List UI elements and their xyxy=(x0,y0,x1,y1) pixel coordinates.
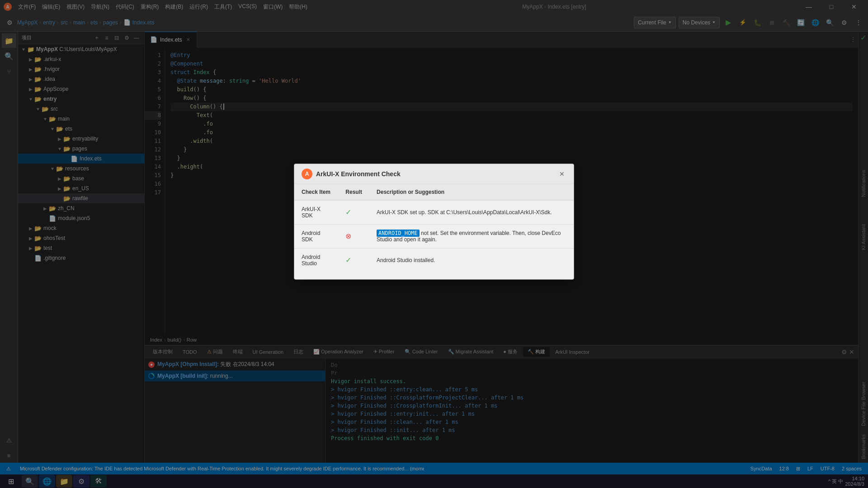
search-sidebar-icon[interactable]: 🔍 xyxy=(2,49,16,63)
device-file-browser-label[interactable]: Device File Browser xyxy=(861,378,866,430)
breadcrumb-entry[interactable]: entry xyxy=(43,19,55,26)
build-button[interactable]: 🔨 xyxy=(780,17,792,28)
tree-item-modulejson[interactable]: 📄 module.json5 xyxy=(18,213,144,223)
minimize-button[interactable]: — xyxy=(798,0,819,14)
taskbar-deveco[interactable]: 🛠 xyxy=(90,475,107,488)
debug-button[interactable]: 🐛 xyxy=(751,17,763,28)
status-eol[interactable]: LF xyxy=(805,466,816,471)
bottom-close-icon[interactable]: ✕ xyxy=(849,348,854,356)
tree-item-enus[interactable]: ▶ 📂 en_US xyxy=(18,183,144,193)
tab-terminal[interactable]: 终端 xyxy=(228,347,247,357)
tree-item-indexets[interactable]: 📄 Index.ets xyxy=(18,154,144,164)
tab-more-icon[interactable]: ⋮ xyxy=(848,32,858,47)
breadcrumb-myappx[interactable]: MyAppX xyxy=(17,19,38,26)
tab-todo[interactable]: TODO xyxy=(178,347,202,357)
more-icon[interactable]: ⋮ xyxy=(853,17,864,28)
search-button[interactable]: 🔍 xyxy=(824,17,835,28)
tab-profiler[interactable]: ✈ Profiler xyxy=(369,347,399,357)
explorer-icon[interactable]: 📁 xyxy=(2,33,16,48)
build-item-build-init[interactable]: MyAppX [build init]: running... xyxy=(145,371,325,381)
collapse-all-icon[interactable]: ⊟ xyxy=(113,34,121,42)
taskbar-edge[interactable]: 🌐 xyxy=(39,475,55,488)
stop-button[interactable]: ⏹ xyxy=(766,17,778,28)
bottom-bar-icon[interactable]: ≡ xyxy=(2,448,16,463)
settings-icon[interactable]: ⚙ xyxy=(4,17,15,28)
tree-item-test[interactable]: ▶ 📂 test xyxy=(18,243,144,253)
problems-icon[interactable]: ⚠ xyxy=(2,433,16,447)
menu-code[interactable]: 代码(C) xyxy=(113,2,137,12)
tree-item-entryability[interactable]: ▶ 📂 entryability xyxy=(18,134,144,144)
tree-item-entry[interactable]: ▼ 📂 entry xyxy=(18,94,144,104)
menu-help[interactable]: 帮助(H) xyxy=(286,2,310,12)
tab-code-linter[interactable]: 🔍 Code Linter xyxy=(400,347,443,357)
new-file-icon[interactable]: + xyxy=(93,34,101,42)
tree-root[interactable]: ▼ 📁 MyAppX C:\Users\Louis\MyAppX xyxy=(18,44,144,54)
notifications-label[interactable]: Notifications xyxy=(861,166,866,201)
tree-item-src[interactable]: ▼ 📂 src xyxy=(18,104,144,114)
menu-edit[interactable]: 编辑(E) xyxy=(39,2,63,12)
menu-file[interactable]: 文件(F) xyxy=(15,2,38,12)
tab-ui-generation[interactable]: UI Generation xyxy=(248,347,288,357)
tree-item-idea[interactable]: ▶ 📂 .idea xyxy=(18,74,144,84)
start-button[interactable]: ⊞ xyxy=(2,475,20,488)
tab-migrate-assistant[interactable]: 🔧 Migrate Assistant xyxy=(443,347,498,357)
breadcrumb-ets[interactable]: ets xyxy=(90,19,98,26)
tree-item-ohostest[interactable]: ▶ 📂 ohosTest xyxy=(18,233,144,243)
current-file-dropdown[interactable]: Current File ▼ xyxy=(634,17,676,28)
menu-tools[interactable]: 工具(T) xyxy=(212,2,235,12)
translate-icon[interactable]: 🌐 xyxy=(809,17,821,28)
bookmarks-label[interactable]: Bookmarks xyxy=(861,431,866,463)
tab-operation-analyzer[interactable]: 📈 Operation Analyzer xyxy=(309,347,368,357)
tab-log[interactable]: 日志 xyxy=(289,347,308,357)
status-syncdata[interactable]: SyncData xyxy=(748,466,775,471)
tab-arkui-inspector[interactable]: ArkUI Inspector xyxy=(551,347,594,357)
status-line-col[interactable]: 12:8 xyxy=(777,466,792,471)
build-item-ohpm[interactable]: ● MyAppX [Ohpm Install]: 失败 在2024/8/3 14… xyxy=(145,358,325,371)
taskbar-explorer[interactable]: 📁 xyxy=(56,475,72,488)
tree-settings-icon[interactable]: ⚙ xyxy=(123,34,131,42)
environment-check-dialog[interactable]: A ArkUI-X Environment Check ✕ Check Item… xyxy=(294,164,574,280)
dialog-close-button[interactable]: ✕ xyxy=(557,169,566,178)
status-warning[interactable]: ⚠ xyxy=(4,466,14,472)
menu-vcs[interactable]: VCS(S) xyxy=(236,2,259,12)
breadcrumb-main[interactable]: main xyxy=(73,19,85,26)
menu-view[interactable]: 视图(V) xyxy=(64,2,87,12)
menu-window[interactable]: 窗口(W) xyxy=(260,2,285,12)
tab-build[interactable]: 🔨 构建 xyxy=(523,347,550,357)
tree-item-hvigor[interactable]: ▶ 📂 .hvigor xyxy=(18,64,144,74)
git-icon[interactable]: ⑂ xyxy=(2,64,16,79)
tree-item-mock[interactable]: ▶ 📂 mock xyxy=(18,223,144,233)
no-devices-dropdown[interactable]: No Devices ▼ xyxy=(679,17,720,28)
tab-problems[interactable]: ⚠问题 xyxy=(203,347,227,357)
editor-tab-index[interactable]: 📄 Index.ets ✕ xyxy=(145,32,197,47)
tab-version-control[interactable]: 版本控制 xyxy=(148,347,177,357)
settings-gear-icon[interactable]: ⚙ xyxy=(838,17,850,28)
tree-item-base[interactable]: ▶ 📂 base xyxy=(18,174,144,183)
tree-item-zhcn[interactable]: ▶ 📂 zh_CN xyxy=(18,203,144,213)
tree-item-rawfile[interactable]: 📂 rawfile xyxy=(18,193,144,203)
menu-build[interactable]: 构建(B) xyxy=(162,2,186,12)
menu-refactor[interactable]: 重构(R) xyxy=(138,2,162,12)
taskbar-search[interactable]: 🔍 xyxy=(22,475,38,488)
ki-assistant-label[interactable]: KI Assistant xyxy=(861,221,866,253)
maximize-button[interactable]: □ xyxy=(821,0,842,14)
status-encoding[interactable]: UTF-8 xyxy=(818,466,837,471)
tab-close-icon[interactable]: ✕ xyxy=(185,37,191,43)
tree-item-arkui-x[interactable]: ▶ 📂 .arkui-x xyxy=(18,54,144,64)
bottom-settings-icon[interactable]: ⚙ xyxy=(841,348,847,356)
tree-item-gitignore[interactable]: 📄 .gitignore xyxy=(18,253,144,263)
breadcrumb-pages[interactable]: pages xyxy=(103,19,118,26)
tree-item-main[interactable]: ▼ 📂 main xyxy=(18,114,144,124)
tree-item-resources[interactable]: ▼ 📂 resources xyxy=(18,164,144,174)
tree-minimize-icon[interactable]: — xyxy=(132,34,141,42)
menu-navigate[interactable]: 导航(N) xyxy=(88,2,112,12)
status-spaces[interactable]: 2 spaces xyxy=(839,466,864,471)
tree-item-appscope[interactable]: ▶ 📂 AppScope xyxy=(18,84,144,94)
expand-all-icon[interactable]: ≡ xyxy=(103,34,111,42)
close-button[interactable]: ✕ xyxy=(844,0,864,14)
breadcrumb-src[interactable]: src xyxy=(61,19,68,26)
tree-item-ets[interactable]: ▼ 📂 ets xyxy=(18,124,144,134)
tree-item-pages[interactable]: ▼ 📂 pages xyxy=(18,144,144,154)
breadcrumb-file[interactable]: 📄 Index.ets xyxy=(123,19,155,26)
tab-service[interactable]: ● 服务 xyxy=(499,347,522,357)
